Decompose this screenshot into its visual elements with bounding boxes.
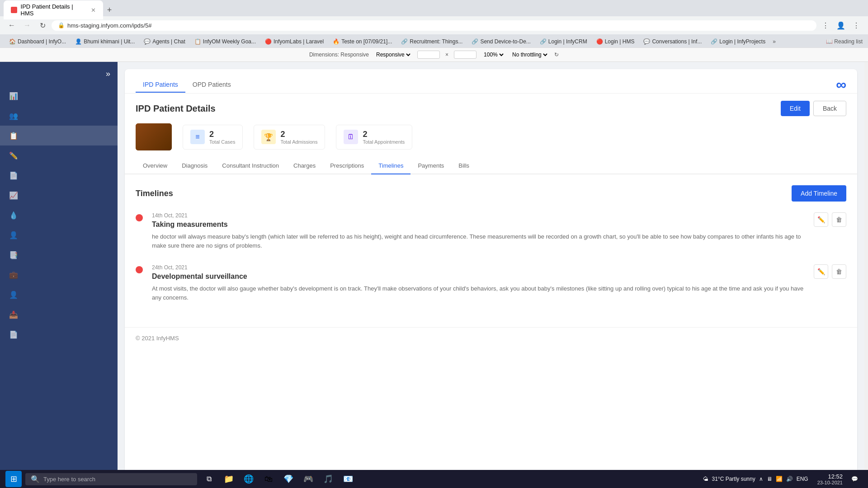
sidebar-item-records[interactable]: 📑 <box>0 245 118 265</box>
taskbar-search-input[interactable] <box>43 476 192 483</box>
tab-overview[interactable]: Overview <box>136 158 175 174</box>
network-icon[interactable]: 📶 <box>776 476 783 482</box>
file-explorer-button[interactable]: 📁 <box>221 471 237 487</box>
task-view-button[interactable]: ⧉ <box>201 471 217 487</box>
new-tab-button[interactable]: + <box>103 4 116 16</box>
reports-icon: 📈 <box>9 191 18 200</box>
patient-photo <box>136 123 172 150</box>
bookmark-item[interactable]: 💬 Conversations | Inf... <box>640 38 705 46</box>
back-button[interactable]: Back <box>813 101 846 116</box>
sidebar-item-blood-bank[interactable]: 💧 <box>0 205 118 225</box>
timelines-header: Timelines Add Timeline <box>136 185 846 202</box>
bookmark-item[interactable]: 📋 InfyOM Weekly Goa... <box>191 38 259 46</box>
sidebar-item-files[interactable]: 📄 <box>0 324 118 344</box>
tab-payments[interactable]: Payments <box>410 158 451 174</box>
bookmark-item[interactable]: 🔥 Teste on [07/09/21]... <box>329 38 396 46</box>
store-icon: 🛍 <box>264 474 273 484</box>
sidebar-item-patients[interactable]: 👥 <box>0 106 118 126</box>
lock-icon: 🔒 <box>58 22 65 28</box>
forward-nav-button[interactable]: → <box>21 19 33 32</box>
tab-opd-patients[interactable]: OPD Patients <box>185 77 238 93</box>
tab-timelines[interactable]: Timelines <box>371 158 410 174</box>
delete-timeline-button-1[interactable]: 🗑 <box>832 212 846 227</box>
sidebar-item-documents[interactable]: 📄 <box>0 165 118 185</box>
task-view-icon: ⧉ <box>207 475 212 483</box>
sidebar-item-staff[interactable]: 👤 <box>0 225 118 245</box>
tab-prescriptions[interactable]: Prescriptions <box>323 158 371 174</box>
volume-icon[interactable]: 🔊 <box>786 476 793 482</box>
back-nav-button[interactable]: ← <box>5 19 18 32</box>
more-bookmarks-button[interactable]: » <box>773 38 776 45</box>
zoom-select[interactable]: 100% <box>482 51 505 58</box>
address-bar[interactable]: 🔒 hms-staging.infyom.com/ipds/5# <box>52 20 816 31</box>
height-input[interactable]: 768 <box>454 51 476 59</box>
tab-charges[interactable]: Charges <box>286 158 323 174</box>
timeline-dot-1 <box>136 214 143 221</box>
tab-ipd-patients[interactable]: IPD Patients <box>136 77 185 93</box>
rotate-icon[interactable]: ↻ <box>554 52 559 58</box>
app2-button[interactable]: 🎮 <box>300 471 316 487</box>
store-button[interactable]: 🛍 <box>260 471 277 487</box>
tab-bills[interactable]: Bills <box>451 158 476 174</box>
sidebar-item-opd[interactable]: ✏️ <box>0 145 118 165</box>
responsive-select[interactable]: Responsive <box>374 51 412 58</box>
display-icon[interactable]: 🖥 <box>767 476 772 482</box>
sidebar-item-reports[interactable]: 📈 <box>0 185 118 205</box>
app4-button[interactable]: 📧 <box>340 471 356 487</box>
bookmarks-bar: 🏠 Dashboard | InfyO... 👤 Bhumi khimani |… <box>0 34 868 49</box>
sidebar-item-downloads[interactable]: 📥 <box>0 305 118 324</box>
browser-pinned-button[interactable]: 🌐 <box>241 471 257 487</box>
app3-button[interactable]: 🎵 <box>320 471 336 487</box>
profile-button[interactable]: 👤 <box>835 19 847 32</box>
reload-button[interactable]: ↻ <box>36 19 49 32</box>
edit-timeline-button-1[interactable]: ✏️ <box>814 212 828 227</box>
language-label: ENG <box>797 476 808 482</box>
responsive-bar: Dimensions: Responsive Responsive 1247 ×… <box>0 47 868 62</box>
notification-button[interactable]: 💬 <box>846 471 863 487</box>
reading-list-icon[interactable]: 📖 Reading list <box>826 38 863 45</box>
sidebar-item-accounts[interactable]: 💼 <box>0 265 118 285</box>
width-input[interactable]: 1247 <box>417 51 440 59</box>
tab-favicon <box>11 7 17 13</box>
notification-icon: 💬 <box>851 476 858 482</box>
tab-close-icon[interactable]: ✕ <box>91 7 96 14</box>
files-icon: 📄 <box>9 330 18 339</box>
patient-photo-img <box>136 123 172 150</box>
bookmark-item[interactable]: 💬 Agents | Chat <box>140 38 189 46</box>
content-footer: © 2021 InfyHMS <box>125 327 857 349</box>
bookmark-item[interactable]: 👤 Bhumi khimani | Uit... <box>71 38 138 46</box>
tab-diagnosis[interactable]: Diagnosis <box>175 158 215 174</box>
bookmark-item[interactable]: 🏠 Dashboard | InfyO... <box>5 38 70 46</box>
edit-timeline-button-2[interactable]: ✏️ <box>814 264 828 279</box>
total-appointments-value: 2 <box>363 130 405 139</box>
bookmark-item[interactable]: 🔗 Login | InfyCRM <box>536 38 591 46</box>
right-resize-handle[interactable] <box>864 62 868 488</box>
bookmark-item[interactable]: 🔴 InfyomLabs | Laravel <box>261 38 327 46</box>
sidebar-item-doctors[interactable]: 👤 <box>0 285 118 305</box>
bookmark-item[interactable]: 🔗 Login | InfyProjects <box>707 38 769 46</box>
sidebar-toggle-button[interactable]: » <box>106 69 110 79</box>
header-actions: Edit Back <box>781 101 846 116</box>
timeline-actions-2: ✏️ 🗑 <box>814 264 846 302</box>
bookmark-item[interactable]: 🔗 Recruitment: Things... <box>397 38 466 46</box>
up-arrow-icon[interactable]: ∧ <box>759 476 763 482</box>
menu-button[interactable]: ⋮ <box>850 19 863 32</box>
content-area: IPD Patients OPD Patients ∞ IPD Patient … <box>118 62 864 488</box>
bookmark-item[interactable]: 🔗 Send Device-to-De... <box>468 38 534 46</box>
add-timeline-button[interactable]: Add Timeline <box>792 185 846 202</box>
timeline-dot-2 <box>136 266 143 273</box>
start-button[interactable]: ⊞ <box>5 471 22 487</box>
extensions-button[interactable]: ⋮ <box>819 19 832 32</box>
responsive-label: Dimensions: Responsive <box>309 52 369 58</box>
sidebar-item-ipd[interactable]: 📋 <box>0 126 118 145</box>
bookmark-item[interactable]: 🔴 Login | HMS <box>593 38 638 46</box>
tab-consultant-instruction[interactable]: Consultant Instruction <box>215 158 286 174</box>
delete-timeline-button-2[interactable]: 🗑 <box>832 264 846 279</box>
app1-button[interactable]: 💎 <box>280 471 297 487</box>
throttle-select[interactable]: No throttling <box>510 51 549 58</box>
edit-button[interactable]: Edit <box>781 101 810 116</box>
sidebar-toggle-area: » <box>0 62 118 86</box>
sidebar-item-dashboard[interactable]: 📊 <box>0 86 118 106</box>
active-tab[interactable]: IPD Patient Details | HMS ✕ <box>4 0 103 19</box>
time-display[interactable]: 12:52 23-10-2021 <box>817 473 843 485</box>
